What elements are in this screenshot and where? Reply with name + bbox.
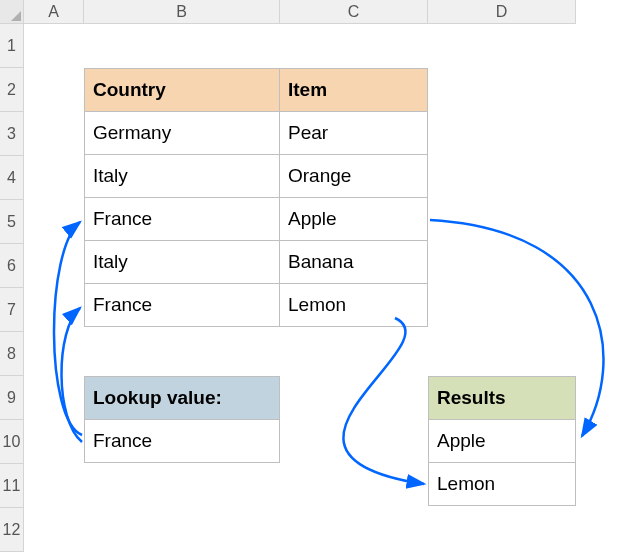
cell-country-1[interactable]: Germany	[84, 111, 280, 155]
select-all-corner[interactable]	[0, 0, 24, 24]
cell-country-2[interactable]: Italy	[84, 154, 280, 198]
row-header-7[interactable]: 7	[0, 288, 24, 332]
header-country[interactable]: Country	[84, 68, 280, 112]
row-header-4[interactable]: 4	[0, 156, 24, 200]
cell-item-4[interactable]: Banana	[279, 240, 428, 284]
cell-item-3[interactable]: Apple	[279, 197, 428, 241]
row-header-8[interactable]: 8	[0, 332, 24, 376]
result-1[interactable]: Apple	[428, 419, 576, 463]
cell-country-3[interactable]: France	[84, 197, 280, 241]
col-header-B[interactable]: B	[84, 0, 280, 24]
cell-item-2[interactable]: Orange	[279, 154, 428, 198]
arrow-c7-to-result2	[343, 318, 424, 484]
row-header-11[interactable]: 11	[0, 464, 24, 508]
lookup-value[interactable]: France	[84, 419, 280, 463]
results-label[interactable]: Results	[428, 376, 576, 420]
arrow-lookup-to-b7	[61, 308, 82, 442]
arrow-lookup-to-b5	[54, 222, 82, 435]
result-2[interactable]: Lemon	[428, 462, 576, 506]
col-header-A[interactable]: A	[24, 0, 84, 24]
row-header-1[interactable]: 1	[0, 24, 24, 68]
row-header-5[interactable]: 5	[0, 200, 24, 244]
row-header-10[interactable]: 10	[0, 420, 24, 464]
cell-country-5[interactable]: France	[84, 283, 280, 327]
cell-item-5[interactable]: Lemon	[279, 283, 428, 327]
lookup-label[interactable]: Lookup value:	[84, 376, 280, 420]
row-header-12[interactable]: 12	[0, 508, 24, 552]
col-header-C[interactable]: C	[280, 0, 428, 24]
row-header-6[interactable]: 6	[0, 244, 24, 288]
row-header-3[interactable]: 3	[0, 112, 24, 156]
spreadsheet: A B C D 1 2 3 4 5 6 7 8 9 10 11 12 Count…	[0, 0, 641, 553]
cell-item-1[interactable]: Pear	[279, 111, 428, 155]
col-header-D[interactable]: D	[428, 0, 576, 24]
row-header-2[interactable]: 2	[0, 68, 24, 112]
cell-country-4[interactable]: Italy	[84, 240, 280, 284]
header-item[interactable]: Item	[279, 68, 428, 112]
row-header-9[interactable]: 9	[0, 376, 24, 420]
